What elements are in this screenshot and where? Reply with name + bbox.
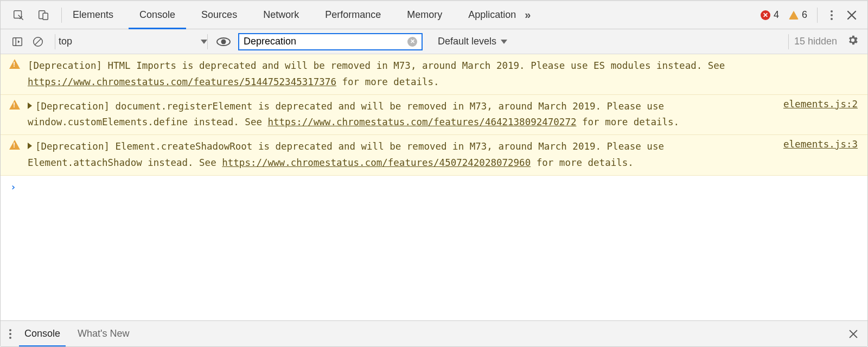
filter-input-wrapper [238,33,423,50]
console-row: [Deprecation] Element.createShadowRoot i… [1,135,867,176]
message-source-link[interactable]: elements.js:2 [783,99,858,131]
live-expression-icon[interactable] [216,37,231,47]
message-link[interactable]: https://www.chromestatus.com/features/51… [28,76,336,87]
clear-console-icon[interactable] [32,36,44,48]
console-row: [Deprecation] HTML Imports is deprecated… [1,54,867,95]
warning-count: 6 [802,9,807,21]
chevron-down-icon [501,40,507,44]
console-sidebar-toggle-icon[interactable] [11,36,23,48]
tab-sources[interactable]: Sources [196,1,242,29]
message-link[interactable]: https://www.chromestatus.com/features/45… [222,157,531,168]
svg-line-7 [35,38,41,44]
console-row: [Deprecation] document.registerElement i… [1,95,867,136]
log-level-label: Default levels [438,36,496,47]
filter-input[interactable] [244,36,403,47]
svg-point-9 [221,39,226,44]
separator [788,34,789,49]
main-tabbar: ElementsConsoleSourcesNetworkPerformance… [1,1,867,29]
drawer-menu-icon[interactable] [9,329,11,339]
console-message-text[interactable]: [Deprecation] Element.createShadowRoot i… [28,139,777,171]
kebab-menu-icon[interactable] [827,7,836,23]
console-toolbar: top Default levels 15 hidden [1,29,867,54]
separator [61,8,62,23]
tab-console[interactable]: Console [134,1,181,29]
drawer-tab-what-s-new[interactable]: What's New [69,321,138,346]
close-devtools-icon[interactable] [846,9,858,21]
inspect-icon[interactable] [12,9,24,21]
message-link[interactable]: https://www.chromestatus.com/features/46… [268,117,577,127]
warning-icon [789,11,799,20]
tab-memory[interactable]: Memory [401,1,448,29]
close-drawer-icon[interactable] [848,329,859,339]
separator [817,8,818,23]
svg-rect-2 [43,13,48,20]
prompt-chevron-icon: › [10,181,16,192]
log-level-selector[interactable]: Default levels [438,36,507,47]
svg-rect-3 [13,37,22,46]
drawer: ConsoleWhat's New [1,320,867,346]
error-count-badge[interactable]: ✕ 4 [761,9,779,21]
warning-count-badge[interactable]: 6 [789,9,807,21]
svg-marker-5 [18,40,20,43]
console-prompt[interactable]: › [1,176,867,198]
disclosure-triangle-icon[interactable] [28,102,32,109]
disclosure-triangle-icon[interactable] [28,143,32,149]
tab-performance[interactable]: Performance [320,1,386,29]
warning-icon [9,59,20,69]
console-message-text[interactable]: [Deprecation] HTML Imports is deprecated… [28,58,858,91]
tab-elements[interactable]: Elements [67,1,119,29]
context-label: top [59,36,197,47]
warning-icon [9,140,20,150]
tabs-overflow-icon[interactable]: » [521,9,532,21]
tab-network[interactable]: Network [258,1,304,29]
message-source-link[interactable]: elements.js:3 [783,139,858,171]
warning-icon [9,100,20,110]
device-toggle-icon[interactable] [37,9,49,21]
clear-filter-icon[interactable] [407,37,417,47]
console-message-text[interactable]: [Deprecation] document.registerElement i… [28,99,777,131]
console-settings-icon[interactable] [847,34,859,49]
context-selector[interactable]: top [55,36,207,47]
hidden-messages-label[interactable]: 15 hidden [794,36,837,47]
error-count: 4 [774,9,779,21]
console-messages: [Deprecation] HTML Imports is deprecated… [1,54,867,320]
error-icon: ✕ [761,10,770,20]
chevron-down-icon [201,40,207,44]
drawer-tab-console[interactable]: Console [16,321,69,346]
tab-application[interactable]: Application [463,1,521,29]
